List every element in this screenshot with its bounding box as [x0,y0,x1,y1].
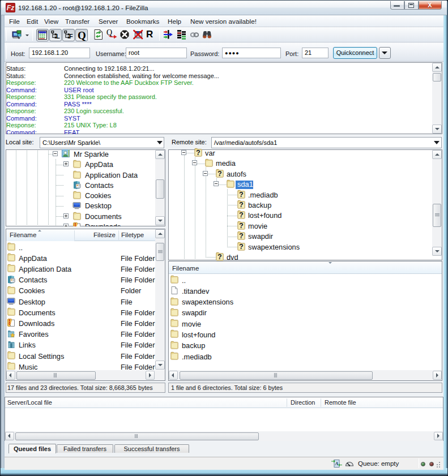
svg-text:?: ? [196,149,200,157]
svg-text:?: ? [239,243,244,251]
svg-text:?: ? [239,211,244,219]
svg-text:?: ? [217,170,222,178]
svg-text:?: ? [239,232,244,240]
svg-text:A: A [334,461,338,466]
svg-text:?: ? [239,222,244,230]
svg-text:?: ? [239,191,244,199]
svg-text:Fz: Fz [7,4,14,12]
svg-text:?: ? [239,201,244,209]
svg-text:?: ? [217,253,222,261]
